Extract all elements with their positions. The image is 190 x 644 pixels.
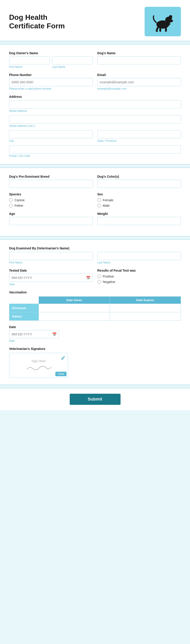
tested-date-wrapper: 📅 [9, 274, 93, 282]
distemper-date-given-input[interactable] [40, 305, 108, 311]
submit-button[interactable]: Submit [70, 394, 120, 405]
sex-female-label: Female [103, 198, 114, 202]
clear-button[interactable]: Clear [56, 372, 66, 376]
color-input[interactable] [98, 180, 181, 188]
sex-male-radio[interactable] [98, 204, 101, 208]
owner-name-col: Dog Owner's Name First Name Last Name [9, 51, 93, 68]
sex-female-radio[interactable] [98, 198, 101, 202]
page-header: Dog Health Certificate Form [0, 0, 190, 41]
vet-last-name-sublabel: Last Name [98, 261, 181, 264]
age-input[interactable] [9, 217, 93, 225]
vet-last-name-input[interactable] [98, 252, 181, 260]
vax-col-empty [9, 296, 39, 304]
dog-info-section: Dog's Pre-Dominant Breed Dog's Color(s) … [0, 168, 190, 236]
fecal-negative-label: Negative [103, 280, 115, 284]
color-col: Dog's Color(s) [98, 175, 181, 188]
city-input[interactable] [9, 130, 93, 138]
date-input[interactable] [9, 330, 59, 338]
date-label: Date [9, 325, 181, 329]
owner-info-section: Dog Owner's Name First Name Last Name Do… [0, 44, 190, 165]
phone-col: Phone Number Please enter a valid phone … [9, 73, 93, 90]
breed-label: Dog's Pre-Dominant Breed [9, 175, 93, 178]
rabies-date-given-input[interactable] [40, 313, 108, 320]
owner-first-name-input[interactable] [9, 56, 50, 64]
email-input[interactable] [98, 78, 181, 86]
vet-info-section: Dog Examined By (Veterinarian's Name) Fi… [0, 239, 190, 385]
breed-col: Dog's Pre-Dominant Breed [9, 175, 93, 188]
species-label: Species [9, 192, 93, 196]
breed-input[interactable] [9, 180, 93, 188]
species-feline-option[interactable]: Feline [9, 204, 93, 208]
species-col: Species Canine Feline [9, 192, 93, 208]
sex-label: Sex [98, 192, 181, 196]
vet-first-name-input[interactable] [9, 252, 93, 260]
vaccination-label: Vaccination [9, 290, 181, 294]
owner-last-name-sublabel: Last Name [52, 65, 92, 68]
sign-here-text: Sign Here [32, 359, 46, 363]
fecal-label: Results of Fecal Test was [98, 269, 181, 272]
submit-section: Submit [0, 388, 190, 410]
fecal-negative-radio[interactable] [98, 280, 101, 284]
sex-radio-group: Female Male [98, 198, 181, 208]
species-canine-option[interactable]: Canine [9, 198, 93, 202]
phone-input[interactable] [9, 78, 93, 86]
zip-sublabel: Postal / Zip Code [9, 154, 181, 158]
species-feline-label: Feline [14, 204, 23, 208]
street-address-input[interactable] [9, 100, 181, 108]
rabies-date-given-cell [39, 312, 110, 321]
fecal-positive-label: Positive [103, 274, 114, 278]
species-radio-group: Canine Feline [9, 198, 93, 208]
weight-label: Weight [98, 212, 181, 216]
fecal-positive-radio[interactable] [98, 274, 101, 278]
species-canine-label: Canine [14, 198, 24, 202]
sex-male-label: Male [103, 204, 110, 208]
vaccination-group: Vaccination Date Given Date Expires Dist… [9, 290, 181, 321]
table-row: Distemper [9, 304, 181, 312]
rabies-date-expires-input[interactable] [111, 313, 179, 320]
phone-label: Phone Number [9, 73, 93, 77]
street-address2-sublabel: Street Address Line 2 [9, 124, 181, 128]
owner-last-name-input[interactable] [52, 56, 92, 64]
address-group: Address Street Address Street Address Li… [9, 95, 181, 158]
species-sex-group: Species Canine Feline Sex Female [9, 192, 181, 208]
email-hint: example@example.com [98, 87, 181, 90]
dog-name-label: Dog's Name [98, 51, 181, 55]
dog-name-input[interactable] [98, 56, 181, 64]
age-col: Age [9, 212, 93, 225]
phone-hint: Please enter a valid phone number. [9, 87, 93, 90]
owner-name-label: Dog Owner's Name [9, 51, 93, 55]
species-canine-radio[interactable] [9, 198, 13, 202]
street-address2-input[interactable] [9, 115, 181, 124]
species-feline-radio[interactable] [9, 204, 13, 208]
sex-male-option[interactable]: Male [98, 204, 181, 208]
address-label: Address [9, 95, 181, 98]
distemper-date-expires-input[interactable] [111, 305, 179, 311]
tested-date-label: Tested Date [9, 269, 93, 272]
vet-name-label: Dog Examined By (Veterinarian's Name) [9, 246, 181, 250]
date-group: Date 📅 Date [9, 325, 181, 342]
distemper-date-expires-cell [110, 304, 181, 312]
state-input[interactable] [98, 130, 181, 138]
date-sublabel: Date [9, 339, 181, 342]
color-label: Dog's Color(s) [98, 175, 181, 178]
distemper-date-given-cell [39, 304, 110, 312]
fecal-negative-option[interactable]: Negative [98, 280, 181, 284]
fecal-radio-group: Positive Negative [98, 274, 181, 284]
tested-date-input[interactable] [9, 274, 93, 282]
zip-input[interactable] [9, 145, 181, 154]
signature-lines [25, 365, 52, 372]
signature-label: Veterinarian's Signature [9, 347, 181, 350]
signature-box[interactable]: Sign Here Clear [9, 353, 68, 378]
sex-female-option[interactable]: Female [98, 198, 181, 202]
pen-icon [60, 355, 66, 361]
owner-name-group: Dog Owner's Name First Name Last Name Do… [9, 51, 181, 68]
weight-input[interactable] [98, 217, 181, 225]
signature-placeholder: Sign Here [25, 359, 52, 372]
signature-group: Veterinarian's Signature Sign Here Clear [9, 347, 181, 378]
city-sublabel: City [9, 139, 93, 142]
vet-name-group: Dog Examined By (Veterinarian's Name) Fi… [9, 246, 181, 264]
email-col: Email example@example.com [98, 73, 181, 90]
fecal-positive-option[interactable]: Positive [98, 274, 181, 278]
svg-point-3 [169, 20, 173, 22]
header-image [144, 7, 181, 36]
